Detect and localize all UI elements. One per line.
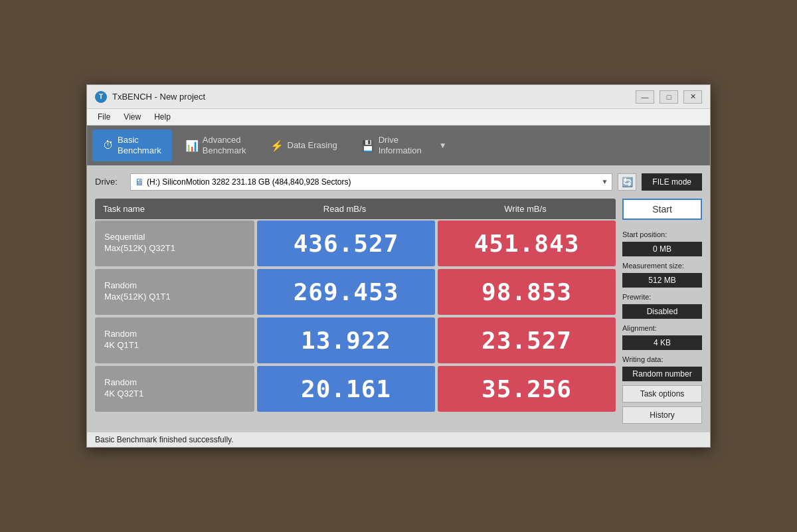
- status-text: Basic Benchmark finished successfully.: [95, 435, 234, 444]
- menu-view[interactable]: View: [118, 110, 146, 124]
- row-read-random-512k: 269.453: [257, 269, 435, 315]
- data-erasing-label: Data Erasing: [288, 140, 337, 151]
- maximize-button[interactable]: □: [660, 90, 678, 104]
- window-title: TxBENCH - New project: [112, 92, 636, 102]
- row-write-random-4k-q32t1: 35.256: [438, 366, 616, 412]
- row-write-random-4k-q1t1: 23.527: [438, 317, 616, 363]
- window-controls: — □ ✕: [636, 90, 702, 104]
- table-row: Random Max(512K) Q1T1 269.453 98.853: [95, 269, 616, 315]
- application-window: T TxBENCH - New project — □ ✕ File View …: [86, 84, 711, 447]
- tab-data-erasing[interactable]: ⚡ Data Erasing: [260, 134, 348, 157]
- app-icon: T: [95, 91, 107, 103]
- header-write: Write mB/s: [435, 199, 616, 219]
- advanced-benchmark-icon: 📊: [185, 139, 199, 152]
- row-write-random-512k: 98.853: [438, 269, 616, 315]
- status-bar: Basic Benchmark finished successfully.: [87, 432, 710, 447]
- data-erasing-icon: ⚡: [270, 139, 284, 152]
- row-label-random-4k-q32t1: Random 4K Q32T1: [95, 366, 254, 412]
- toolbar: ⏱ BasicBenchmark 📊 AdvancedBenchmark ⚡ D…: [87, 126, 710, 165]
- row-read-random-4k-q32t1: 20.161: [257, 366, 435, 412]
- row-read-sequential: 436.527: [257, 221, 435, 266]
- history-button[interactable]: History: [622, 406, 702, 424]
- file-mode-button[interactable]: FILE mode: [642, 173, 702, 191]
- close-button[interactable]: ✕: [683, 90, 702, 104]
- row-label-random-4k-q1t1: Random 4K Q1T1: [95, 317, 254, 363]
- sidebar: Start Start position: 0 MB Measurement s…: [622, 199, 702, 424]
- writing-data-value[interactable]: Random number: [622, 367, 702, 381]
- alignment-value[interactable]: 4 KB: [622, 335, 702, 350]
- tab-advanced-benchmark[interactable]: 📊 AdvancedBenchmark: [175, 130, 257, 161]
- menu-bar: File View Help: [87, 109, 710, 126]
- table-header: Task name Read mB/s Write mB/s: [95, 199, 616, 219]
- header-task-name: Task name: [95, 199, 254, 219]
- drive-hdd-icon: 🖥: [135, 177, 144, 187]
- drive-info-label: DriveInformation: [379, 135, 422, 155]
- main-content: Drive: 🖥 (H:) SiliconMotion 3282 231.18 …: [87, 165, 710, 432]
- drive-select-arrow: ▼: [601, 178, 608, 185]
- drive-selector[interactable]: 🖥 (H:) SiliconMotion 3282 231.18 GB (484…: [130, 173, 612, 191]
- table-row: Sequential Max(512K) Q32T1 436.527 451.8…: [95, 221, 616, 266]
- prewrite-value[interactable]: Disabled: [622, 304, 702, 319]
- basic-benchmark-label: BasicBenchmark: [118, 135, 161, 155]
- start-position-label: Start position:: [622, 230, 702, 238]
- task-options-button[interactable]: Task options: [622, 385, 702, 402]
- writing-data-label: Writing data:: [622, 355, 702, 363]
- drive-select-value: (H:) SiliconMotion 3282 231.18 GB (484,8…: [147, 177, 598, 187]
- tab-drive-information[interactable]: 💾 DriveInformation: [351, 130, 432, 161]
- drive-info-icon: 💾: [361, 139, 375, 152]
- measurement-size-label: Measurement size:: [622, 262, 702, 270]
- start-position-value[interactable]: 0 MB: [622, 242, 702, 256]
- toolbar-dropdown-arrow[interactable]: ▼: [436, 135, 450, 155]
- row-read-random-4k-q1t1: 13.922: [257, 317, 435, 363]
- basic-benchmark-icon: ⏱: [103, 139, 114, 151]
- advanced-benchmark-label: AdvancedBenchmark: [203, 135, 246, 155]
- prewrite-label: Prewrite:: [622, 293, 702, 301]
- row-label-sequential: Sequential Max(512K) Q32T1: [95, 221, 254, 266]
- table-row: Random 4K Q32T1 20.161 35.256: [95, 366, 616, 412]
- tab-basic-benchmark[interactable]: ⏱ BasicBenchmark: [92, 130, 172, 161]
- table-row: Random 4K Q1T1 13.922 23.527: [95, 317, 616, 363]
- minimize-button[interactable]: —: [636, 90, 654, 104]
- header-read: Read mB/s: [254, 199, 435, 219]
- row-label-random-512k: Random Max(512K) Q1T1: [95, 269, 254, 315]
- alignment-label: Alignment:: [622, 324, 702, 332]
- measurement-size-value[interactable]: 512 MB: [622, 273, 702, 288]
- drive-label: Drive:: [95, 177, 125, 187]
- menu-help[interactable]: Help: [149, 110, 176, 124]
- start-button[interactable]: Start: [622, 199, 702, 220]
- drive-row: Drive: 🖥 (H:) SiliconMotion 3282 231.18 …: [95, 173, 702, 191]
- drive-refresh-button[interactable]: 🔄: [618, 173, 636, 191]
- menu-file[interactable]: File: [92, 110, 116, 124]
- main-area: Task name Read mB/s Write mB/s Sequentia…: [95, 199, 702, 424]
- row-write-sequential: 451.843: [438, 221, 616, 266]
- benchmark-table: Task name Read mB/s Write mB/s Sequentia…: [95, 199, 616, 424]
- title-bar: T TxBENCH - New project — □ ✕: [87, 85, 710, 109]
